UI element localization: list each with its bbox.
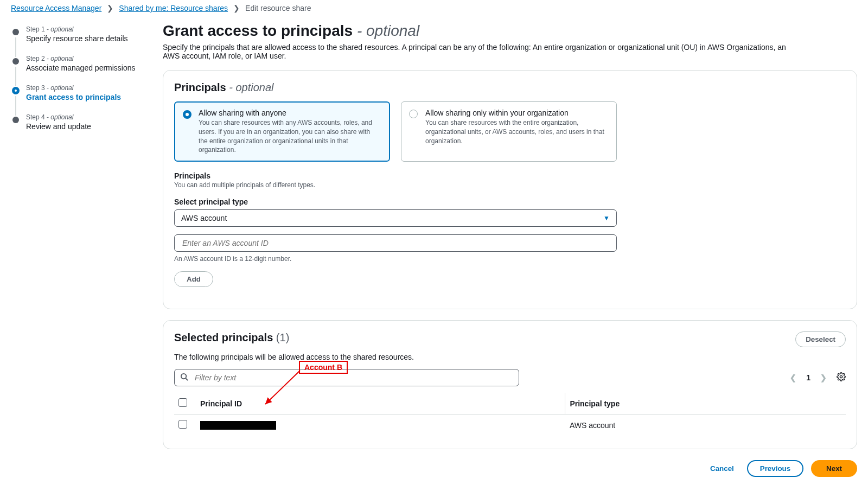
principal-type-value: AWS account	[181, 214, 227, 222]
wizard-steps: Step 1 - optional Specify resource share…	[11, 20, 141, 491]
gear-icon[interactable]	[837, 372, 846, 383]
principal-id-hint: An AWS account ID is a 12-digit number.	[174, 255, 846, 263]
row-checkbox[interactable]	[178, 420, 187, 429]
breadcrumb-current: Edit resource share	[245, 4, 311, 12]
step-2-prefix: Step 2 -	[26, 55, 50, 62]
principals-help: You can add multiple principals of diffe…	[174, 181, 846, 189]
search-icon	[180, 373, 188, 382]
svg-point-2	[840, 376, 842, 378]
breadcrumb-link-shared[interactable]: Shared by me: Resource shares	[119, 4, 228, 12]
radio-allow-org-only[interactable]: Allow sharing only within your organizat…	[401, 101, 617, 162]
breadcrumb-link-ram[interactable]: Resource Access Manager	[11, 4, 101, 12]
select-all-checkbox[interactable]	[178, 398, 187, 407]
filter-input-wrapper	[174, 369, 519, 386]
add-button[interactable]: Add	[174, 271, 213, 287]
step-4[interactable]: Step 4 - optional Review and update	[11, 113, 141, 143]
step-1-prefix: Step 1 -	[26, 25, 50, 33]
step-4-prefix: Step 4 -	[26, 113, 50, 121]
chevron-right-icon: ❯	[233, 4, 240, 12]
principal-id-redacted	[200, 421, 276, 430]
page-next-icon[interactable]: ❯	[820, 373, 827, 382]
page-prev-icon[interactable]: ❮	[790, 373, 796, 382]
selected-principals-desc: The following principals will be allowed…	[174, 353, 846, 361]
principals-label: Principals	[174, 171, 846, 180]
principals-heading: Principals - optional	[174, 81, 846, 94]
radio-allow-anyone-title: Allow sharing with anyone	[199, 109, 381, 117]
step-2[interactable]: Step 2 - optional Associate managed perm…	[11, 55, 141, 84]
filter-input[interactable]	[194, 373, 513, 382]
step-3-title: Grant access to principals	[26, 93, 141, 101]
row-principal-type: AWS account	[565, 415, 846, 436]
col-principal-type[interactable]: Principal type	[565, 393, 846, 415]
page-title: Grant access to principals - optional	[163, 22, 857, 40]
pagination: ❮ 1 ❯	[790, 372, 846, 383]
page-number: 1	[806, 373, 810, 382]
svg-line-1	[186, 379, 188, 381]
step-3-optional: optional	[50, 84, 73, 92]
selected-principals-panel: Selected principals (1) Deselect The fol…	[163, 320, 857, 449]
principal-id-input-wrapper	[174, 234, 617, 252]
radio-allow-anyone[interactable]: Allow sharing with anyone You can share …	[174, 101, 390, 162]
selected-principals-heading: Selected principals (1)	[174, 331, 289, 344]
radio-indicator-icon	[183, 110, 192, 119]
step-1-title: Specify resource share details	[26, 34, 141, 43]
step-2-title: Associate managed permissions	[26, 63, 141, 72]
principals-panel: Principals - optional Allow sharing with…	[163, 70, 857, 309]
next-button[interactable]: Next	[811, 460, 857, 477]
step-1[interactable]: Step 1 - optional Specify resource share…	[11, 25, 141, 55]
svg-point-0	[181, 374, 186, 379]
step-4-title: Review and update	[26, 122, 141, 131]
step-3-prefix: Step 3 -	[26, 84, 50, 92]
radio-indicator-icon	[409, 110, 418, 118]
page-description: Specify the principals that are allowed …	[163, 43, 787, 60]
breadcrumb: Resource Access Manager ❯ Shared by me: …	[11, 0, 857, 20]
deselect-button[interactable]: Deselect	[795, 331, 846, 347]
wizard-footer: Cancel Previous Next	[163, 460, 857, 491]
chevron-right-icon: ❯	[107, 4, 113, 12]
select-principal-type-label: Select principal type	[174, 197, 846, 206]
sharing-scope-radios: Allow sharing with anyone You can share …	[174, 101, 846, 162]
radio-allow-org-title: Allow sharing only within your organizat…	[425, 109, 608, 117]
col-principal-id[interactable]: Principal ID	[196, 393, 565, 415]
principal-id-input[interactable]	[181, 238, 610, 248]
step-1-optional: optional	[50, 25, 73, 33]
step-2-optional: optional	[50, 55, 73, 62]
step-4-optional: optional	[50, 113, 73, 121]
step-3[interactable]: Step 3 - optional Grant access to princi…	[11, 84, 141, 113]
principal-type-select[interactable]: AWS account ▼	[174, 209, 617, 227]
radio-allow-org-desc: You can share resources with the entire …	[425, 118, 608, 145]
caret-down-icon: ▼	[603, 214, 610, 222]
radio-allow-anyone-desc: You can share resources with any AWS acc…	[199, 118, 381, 155]
previous-button[interactable]: Previous	[747, 460, 803, 477]
table-row[interactable]: AWS account	[174, 415, 846, 436]
cancel-button[interactable]: Cancel	[705, 461, 739, 476]
selected-principals-table: Principal ID Principal type AWS account	[174, 393, 846, 436]
